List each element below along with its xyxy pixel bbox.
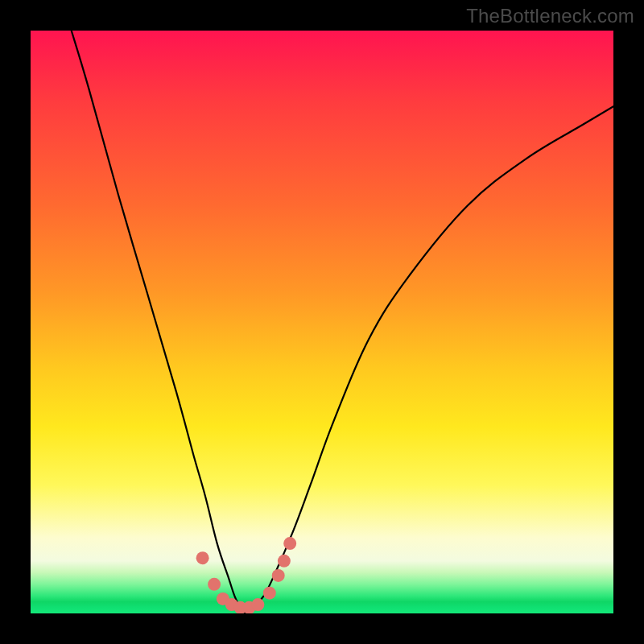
chart-frame: TheBottleneck.com xyxy=(0,0,644,644)
watermark-text: TheBottleneck.com xyxy=(466,5,634,27)
marker-dot xyxy=(278,555,291,568)
marker-dot xyxy=(263,587,276,600)
bottleneck-curve xyxy=(72,31,613,613)
marker-dot xyxy=(196,551,209,564)
marker-dot xyxy=(272,569,285,582)
marker-dot xyxy=(283,537,296,550)
near-optimum-markers xyxy=(196,537,297,613)
marker-dot xyxy=(251,598,264,611)
bottleneck-curve-svg xyxy=(31,31,613,613)
plot-area xyxy=(31,31,613,613)
marker-dot xyxy=(208,578,221,591)
